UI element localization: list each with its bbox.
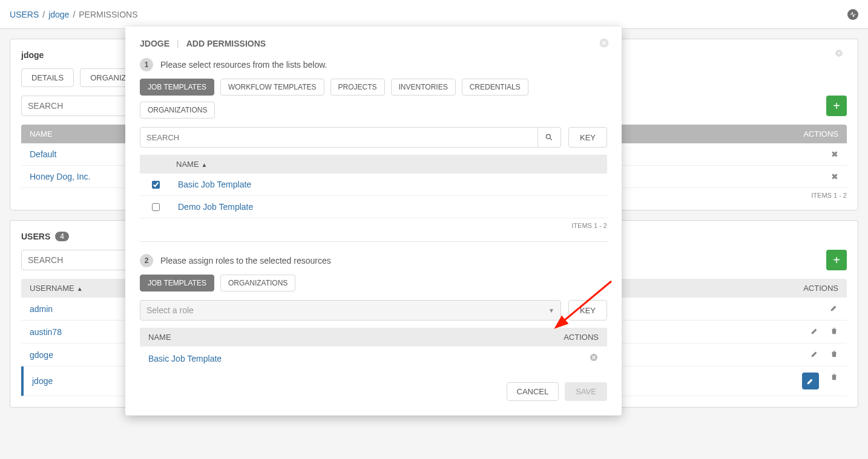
users-count-badge: 4 (55, 232, 69, 241)
breadcrumb-current: PERMISSIONS (79, 10, 137, 19)
items-count-text: ITEMS 1 - 2 (140, 222, 607, 229)
users-title: USERS (21, 232, 50, 241)
sort-asc-icon: ▲ (77, 285, 83, 292)
modal-table-header: NAME▲ (140, 155, 607, 174)
role-select-placeholder: Select a role (146, 305, 194, 315)
cancel-button[interactable]: CANCEL (507, 382, 559, 401)
role-tab-job-templates[interactable]: JOB TEMPLATES (140, 275, 214, 291)
trash-icon[interactable] (830, 350, 838, 360)
assigned-row: Basic Job Template (140, 347, 607, 370)
resource-checkbox[interactable] (152, 181, 160, 189)
key-button[interactable]: KEY (568, 300, 607, 321)
sort-asc-icon: ▲ (202, 161, 208, 168)
remove-icon[interactable] (589, 353, 599, 364)
trash-icon[interactable] (830, 373, 838, 389)
tab-organizations[interactable]: ORGANIZATIONS (140, 102, 215, 119)
resource-link[interactable]: Basic Job Template (178, 180, 251, 189)
breadcrumb: USERS / jdoge / PERMISSIONS (10, 10, 138, 19)
tab-workflow-templates[interactable]: WORKFLOW TEMPLATES (220, 79, 324, 96)
delete-icon[interactable]: ✖ (831, 149, 838, 159)
resource-link[interactable]: Demo Job Template (178, 202, 253, 212)
step-2-text: Please assign roles to the selected reso… (160, 256, 331, 265)
trash-icon[interactable] (830, 327, 838, 337)
step-2-badge: 2 (140, 254, 153, 267)
save-button: SAVE (565, 382, 607, 401)
search-icon[interactable] (538, 127, 561, 148)
name-column-header[interactable]: NAME (30, 129, 53, 138)
tab-credentials[interactable]: CREDENTIALS (462, 79, 528, 96)
edit-button-active[interactable] (802, 373, 819, 389)
role-scope-tabs: JOB TEMPLATES ORGANIZATIONS (140, 275, 607, 291)
edit-icon[interactable] (810, 350, 819, 360)
name-column-header: NAME (148, 333, 171, 342)
edit-icon[interactable] (810, 327, 819, 337)
close-icon[interactable] (599, 37, 610, 50)
tab-inventories[interactable]: INVENTORIES (391, 79, 456, 96)
chevron-down-icon: ▼ (548, 307, 554, 314)
actions-column-header: ACTIONS (803, 284, 838, 293)
page-header: USERS / jdoge / PERMISSIONS (0, 0, 868, 29)
modal-title: JDOGE | ADD PERMISSIONS (140, 39, 607, 48)
assigned-link[interactable]: Basic Job Template (148, 354, 222, 363)
breadcrumb-users[interactable]: USERS (10, 10, 39, 19)
resource-type-tabs: JOB TEMPLATES WORKFLOW TEMPLATES PROJECT… (140, 79, 607, 119)
step-1-text: Please select resources from the lists b… (160, 60, 327, 70)
row-name-link[interactable]: Honey Dog, Inc. (30, 172, 90, 181)
role-select-dropdown[interactable]: Select a role ▼ (140, 300, 561, 321)
edit-icon[interactable] (830, 304, 838, 314)
resource-checkbox[interactable] (152, 203, 160, 211)
breadcrumb-user[interactable]: jdoge (48, 10, 69, 19)
username-column-header[interactable]: USERNAME▲ (30, 284, 83, 293)
add-button[interactable]: + (826, 96, 847, 116)
close-icon[interactable] (835, 49, 847, 61)
key-button[interactable]: KEY (568, 127, 607, 148)
actions-column-header: ACTIONS (564, 333, 599, 342)
svg-point-2 (547, 134, 551, 138)
resource-row: Basic Job Template (140, 174, 607, 196)
add-user-button[interactable]: + (826, 250, 847, 270)
add-permissions-modal: JDOGE | ADD PERMISSIONS 1 Please select … (125, 27, 622, 415)
name-column-header[interactable]: NAME▲ (176, 160, 207, 169)
assigned-table-header: NAME ACTIONS (140, 328, 607, 347)
resource-row: Demo Job Template (140, 196, 607, 218)
tab-details[interactable]: DETAILS (21, 68, 74, 87)
activity-stream-icon[interactable] (847, 9, 858, 20)
actions-column-header: ACTIONS (803, 129, 838, 138)
step-1-badge: 1 (140, 58, 153, 71)
tab-job-templates[interactable]: JOB TEMPLATES (140, 79, 214, 96)
row-name-link[interactable]: Default (30, 149, 56, 159)
role-tab-organizations[interactable]: ORGANIZATIONS (220, 275, 295, 291)
delete-icon[interactable]: ✖ (831, 172, 838, 181)
modal-search-input[interactable] (140, 127, 538, 148)
tab-projects[interactable]: PROJECTS (330, 79, 385, 96)
